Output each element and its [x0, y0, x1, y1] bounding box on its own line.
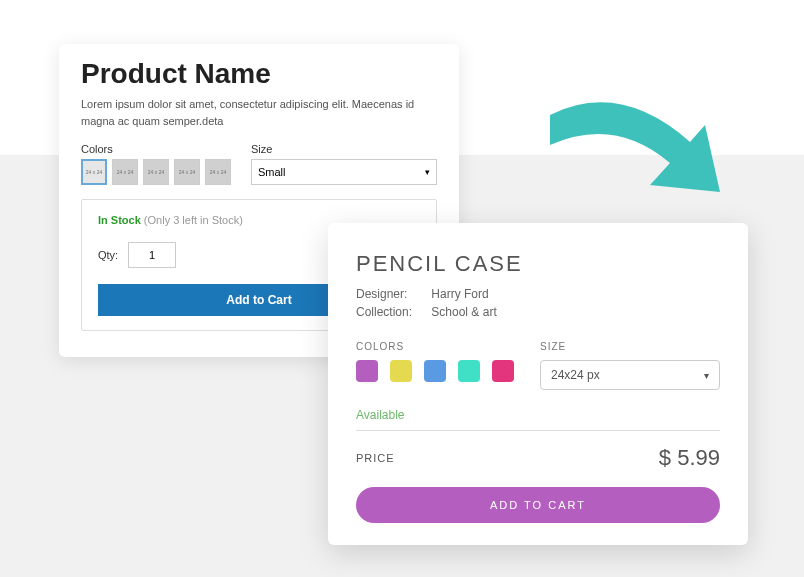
color-swatches: 24 x 24 24 x 24 24 x 24 24 x 24 24 x 24 — [81, 159, 231, 185]
color-swatch[interactable]: 24 x 24 — [174, 159, 200, 185]
size-value: 24x24 px — [551, 368, 600, 382]
stock-status: In Stock — [98, 214, 141, 226]
size-select[interactable]: Small ▾ — [251, 159, 437, 185]
designer-row: Designer: Harry Ford — [356, 287, 720, 301]
size-select[interactable]: 24x24 px ▾ — [540, 360, 720, 390]
product-title: Product Name — [81, 58, 437, 90]
qty-input[interactable] — [128, 242, 176, 268]
color-swatch[interactable]: 24 x 24 — [205, 159, 231, 185]
product-title: PENCIL CASE — [356, 251, 720, 277]
price-value: $ 5.99 — [659, 445, 720, 471]
color-dot[interactable] — [492, 360, 514, 382]
size-value: Small — [258, 166, 286, 178]
collection-key: Collection: — [356, 305, 428, 319]
color-swatch[interactable]: 24 x 24 — [143, 159, 169, 185]
colors-label: Colors — [81, 143, 231, 155]
size-label: Size — [251, 143, 437, 155]
qty-label: Qty: — [98, 249, 118, 261]
color-dot[interactable] — [356, 360, 378, 382]
size-label: SIZE — [540, 341, 720, 352]
arrow-icon — [540, 90, 740, 210]
color-swatch[interactable]: 24 x 24 — [81, 159, 107, 185]
designer-value: Harry Ford — [431, 287, 488, 301]
collection-value: School & art — [431, 305, 496, 319]
color-dot[interactable] — [424, 360, 446, 382]
price-label: PRICE — [356, 452, 395, 464]
designer-key: Designer: — [356, 287, 428, 301]
colors-label: COLORS — [356, 341, 514, 352]
product-card-styled: PENCIL CASE Designer: Harry Ford Collect… — [328, 223, 748, 545]
color-swatch[interactable]: 24 x 24 — [112, 159, 138, 185]
color-dot[interactable] — [390, 360, 412, 382]
color-dot[interactable] — [458, 360, 480, 382]
collection-row: Collection: School & art — [356, 305, 720, 319]
color-dots — [356, 360, 514, 382]
stock-note: (Only 3 left in Stock) — [144, 214, 243, 226]
chevron-down-icon: ▾ — [425, 167, 430, 177]
add-to-cart-button[interactable]: ADD TO CART — [356, 487, 720, 523]
availability: Available — [356, 408, 720, 431]
chevron-down-icon: ▾ — [704, 370, 709, 381]
product-description: Lorem ipsum dolor sit amet, consectetur … — [81, 96, 437, 129]
